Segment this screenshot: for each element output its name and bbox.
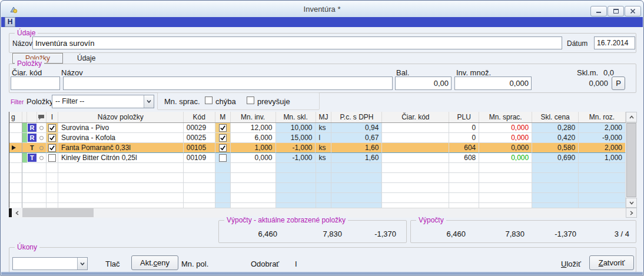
cell-badge[interactable]: R	[27, 123, 37, 133]
table-row[interactable]: RSurovina - Kofola000256,00015,000l0,670…	[9, 133, 626, 143]
cell-skl_cena[interactable]: 0,580	[532, 143, 579, 153]
close-button[interactable]	[625, 6, 641, 16]
cell-m[interactable]	[215, 133, 231, 143]
cell-mn_sprac[interactable]: 0,000	[479, 153, 532, 163]
cell-sel[interactable]	[9, 123, 22, 133]
cell-kod[interactable]: 00029	[184, 123, 215, 133]
cell-strip[interactable]	[22, 153, 27, 163]
title-bar[interactable]: Inventúra *	[1, 1, 643, 17]
cell-strip[interactable]	[22, 143, 27, 153]
cell-mn_sprac[interactable]: 0,000	[479, 143, 532, 153]
i-checkbox[interactable]	[48, 154, 56, 162]
column-header-plu[interactable]: PLU	[449, 112, 479, 122]
filter-dropdown[interactable]: -- Filter --	[52, 95, 154, 108]
table-row[interactable]: TKinley Bitter Citrón 0,25l001090,000-1,…	[9, 153, 626, 163]
p-button[interactable]: P	[612, 77, 625, 90]
column-header-sel[interactable]: g	[9, 112, 22, 122]
zatvorit-button[interactable]: Zatvoriť	[589, 255, 634, 270]
inv-mnoz-input[interactable]	[454, 77, 532, 90]
cell-note[interactable]	[37, 123, 47, 133]
cell-plu[interactable]: 608	[449, 153, 479, 163]
m-checkbox[interactable]	[219, 134, 227, 142]
cell-mn_skl[interactable]: 10,000	[276, 123, 316, 133]
odobrat-button[interactable]: Odobrať	[251, 260, 279, 268]
cell-plu[interactable]: 0	[449, 123, 479, 133]
cell-kod[interactable]: 00105	[184, 143, 215, 153]
scroll-down-button[interactable]	[626, 198, 637, 208]
cell-ciar[interactable]	[382, 143, 449, 153]
column-header-mn_skl[interactable]: Mn. skl.	[276, 112, 316, 122]
items-grid[interactable]: gINázov položkyKódMMn. inv.Mn. skl.MJP.c…	[9, 112, 626, 208]
cell-badge[interactable]: T	[27, 153, 37, 163]
cell-plu[interactable]: 0	[449, 133, 479, 143]
tab-udaje[interactable]: Údaje	[77, 54, 95, 62]
cell-pc[interactable]: 0,67	[331, 133, 382, 143]
cell-pc[interactable]: 0,94	[331, 123, 382, 133]
cell-sel[interactable]	[9, 133, 22, 143]
cell-badge[interactable]: T	[27, 143, 37, 153]
chyba-checkbox[interactable]	[205, 97, 213, 104]
cell-mn_inv[interactable]: 0,000	[231, 153, 276, 163]
vertical-scrollbar-thumb[interactable]	[626, 123, 636, 197]
scroll-up-button[interactable]	[626, 112, 637, 122]
nazov-input[interactable]	[32, 36, 562, 49]
cell-i[interactable]	[47, 143, 58, 153]
cell-mn_inv[interactable]: 1,000	[231, 143, 276, 153]
cell-name[interactable]: Surovina - Kofola	[58, 133, 184, 143]
cell-badge[interactable]: R	[27, 133, 37, 143]
column-header-i[interactable]: I	[47, 112, 58, 122]
cell-mn_roz[interactable]: 1,000	[579, 153, 626, 163]
cell-mn_sprac[interactable]: 0,000	[479, 123, 532, 133]
ciar-kod-input[interactable]	[11, 77, 60, 90]
h-button[interactable]: H	[5, 17, 15, 27]
m-checkbox[interactable]	[219, 124, 227, 132]
cell-skl_cena[interactable]: 0,690	[532, 153, 579, 163]
cell-name[interactable]: Fanta Pomaranč 0,33l	[58, 143, 184, 153]
column-header-mn_sprac[interactable]: Mn. sprac.	[479, 112, 532, 122]
cell-mn_sprac[interactable]: 0,000	[479, 133, 532, 143]
bal-input[interactable]	[395, 77, 452, 90]
cell-plu[interactable]: 604	[449, 143, 479, 153]
column-header-mn_inv[interactable]: Mn. inv.	[231, 112, 276, 122]
cell-mn_inv[interactable]: 12,000	[231, 123, 276, 133]
cell-strip[interactable]	[22, 133, 27, 143]
cell-note[interactable]	[37, 133, 47, 143]
prevysuje-checkbox[interactable]	[247, 97, 254, 104]
column-header-kod[interactable]: Kód	[184, 112, 215, 122]
cell-ciar[interactable]	[382, 123, 449, 133]
cell-skl_cena[interactable]: 0,280	[532, 123, 579, 133]
cell-sel[interactable]	[9, 153, 22, 163]
mn-pol-button[interactable]: Mn. pol.	[181, 260, 208, 268]
cell-m[interactable]	[215, 153, 231, 163]
cell-mn_roz[interactable]: -9,000	[579, 133, 626, 143]
table-row[interactable]: TFanta Pomaranč 0,33l001051,000-1,000ks1…	[9, 143, 626, 153]
cell-mj[interactable]: ks	[316, 143, 331, 153]
ukony-dropdown[interactable]	[12, 257, 88, 270]
cell-i[interactable]	[47, 123, 58, 133]
horizontal-scrollbar-thumb[interactable]	[22, 208, 94, 217]
m-checkbox[interactable]	[219, 154, 227, 162]
cell-mn_roz[interactable]: 2,000	[579, 123, 626, 133]
cell-i[interactable]	[47, 133, 58, 143]
i-checkbox[interactable]	[48, 144, 56, 152]
cell-ciar[interactable]	[382, 133, 449, 143]
i-button[interactable]: I	[295, 260, 297, 268]
cell-pc[interactable]: 1,60	[331, 153, 382, 163]
cell-mn_skl[interactable]: -1,000	[276, 143, 316, 153]
cell-name[interactable]: Surovina - Pivo	[58, 123, 184, 133]
scroll-right-button[interactable]	[626, 208, 637, 218]
cell-skl_cena[interactable]: 0,420	[532, 133, 579, 143]
polozky-nazov-input[interactable]	[63, 77, 393, 90]
cell-strip[interactable]	[22, 123, 27, 133]
column-header-name[interactable]: Názov položky	[58, 112, 184, 122]
cell-name[interactable]: Kinley Bitter Citrón 0,25l	[58, 153, 184, 163]
cell-kod[interactable]: 00109	[184, 153, 215, 163]
cell-pc[interactable]: 1,60	[331, 143, 382, 153]
m-checkbox[interactable]	[219, 144, 227, 152]
i-checkbox[interactable]	[48, 124, 56, 132]
ulozit-button[interactable]: Uložiť	[561, 260, 581, 268]
maximize-button[interactable]	[608, 6, 624, 16]
column-header-ciar[interactable]: Čiar. kód	[382, 112, 449, 122]
ukony-dropdown-button[interactable]	[77, 258, 87, 270]
cell-note[interactable]	[37, 153, 47, 163]
